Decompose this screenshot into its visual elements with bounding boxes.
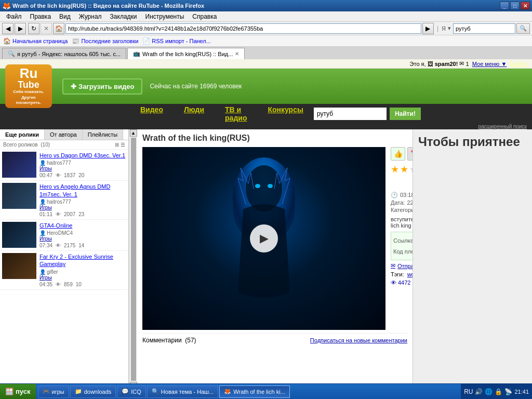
tab-yandex-favicon: 🔍 — [8, 50, 15, 57]
menu-bookmarks[interactable]: Закладки — [106, 12, 141, 21]
taskbar-item-downloads[interactable]: 📁 downloads — [70, 385, 116, 398]
tray-icon-1: 🔊 — [475, 388, 483, 395]
go-button[interactable]: ▶ — [422, 23, 434, 34]
tab-close-button[interactable]: ✕ — [235, 51, 239, 57]
list-item[interactable]: Hero vs Angelo Agnus DMD 1m7sec. Ver. 1 … — [0, 181, 128, 220]
rt-email-link[interactable]: ✉ Отправить другу по email — [391, 262, 413, 269]
reload-button[interactable]: ↻ — [28, 23, 39, 34]
taskbar-item-icq[interactable]: 💬 ICQ — [117, 385, 146, 398]
rt-search-button[interactable]: Найти! — [390, 108, 421, 120]
menu-tools[interactable]: Инструменты — [141, 12, 189, 21]
rt-mail-count: 1 — [466, 61, 469, 67]
taskbar-item-browser[interactable]: 🦊 Wrath of the lich ki... — [219, 385, 289, 398]
scroll-up-arrow[interactable]: ▲ — [130, 129, 137, 137]
thumb-placeholder — [2, 222, 36, 248]
rt-ad-area: Чтобы приятнее — [413, 129, 532, 383]
rt-tab-playlists[interactable]: Плейлисты — [83, 129, 124, 140]
video-category[interactable]: Игры — [39, 166, 126, 171]
bookmark-news[interactable]: 📰 Последние заголовки — [72, 37, 138, 45]
browser-content: Это я, 🖼 spam20! ✉ 1 Мое меню ▼ Выйти Ru… — [0, 59, 532, 383]
rt-eye-icon: 👁 — [391, 280, 396, 286]
taskbar-item-topic[interactable]: 🔍 Новая тема - Наш... — [147, 385, 218, 398]
home-button[interactable]: 🏠 — [53, 23, 64, 34]
list-item[interactable]: GTA4-Online 👤 HeroDMC4 Игры 07:34 👁 2175 — [0, 220, 128, 251]
bookmark-home[interactable]: 🏠 Начальная страница — [3, 37, 68, 45]
menu-file[interactable]: Файл — [2, 12, 26, 21]
thumb-placeholder — [2, 183, 36, 209]
star-1[interactable]: ★ — [391, 164, 399, 175]
comment-count: 23 — [78, 211, 84, 217]
rt-nav-contests[interactable]: Конкурсы — [257, 105, 313, 122]
rt-count-text: Всего роликов (10) — [3, 142, 50, 148]
rt-tab-more[interactable]: Еще ролики — [0, 129, 45, 140]
rt-search-input[interactable] — [314, 108, 387, 120]
rt-my-menu[interactable]: Мое меню ▼ — [472, 61, 507, 67]
list-item[interactable]: Hero vs Dagon DMD 43sec. Ver.1 👤 haitros… — [0, 150, 128, 181]
rt-view-list-icon[interactable]: ☰ — [121, 142, 125, 148]
rt-nav-tv[interactable]: ТВ и радио — [215, 105, 257, 122]
view-count: 1837 — [64, 172, 75, 178]
rt-comments-label: Комментарии — [142, 337, 182, 344]
video-duration: 01:11 — [39, 211, 52, 217]
minimize-button[interactable]: _ — [500, 2, 509, 10]
video-title[interactable]: Hero vs Angelo Agnus DMD 1m7sec. Ver. 1 — [39, 183, 126, 198]
video-category[interactable]: Игры — [39, 236, 126, 242]
rt-tab-author[interactable]: От автора — [45, 129, 83, 140]
rt-like-icon[interactable]: 👍 — [391, 147, 405, 161]
rt-action-icons: 👍 ✏️ 💬 🌐 💾 ⚠️ — [391, 147, 413, 161]
stop-button[interactable]: ✕ — [41, 23, 52, 34]
rt-logo[interactable]: Ru Tube Себя показать.Других посмотреть. — [5, 64, 52, 108]
rt-subscribe-link[interactable]: Подписаться на новые комментарии — [310, 337, 407, 343]
menu-help[interactable]: Справка — [188, 12, 221, 21]
forward-button[interactable]: ▶ — [15, 23, 26, 34]
video-category[interactable]: Игры — [39, 275, 126, 281]
rt-embed-label: Код плеера: — [393, 248, 413, 255]
video-title[interactable]: Far Kry 2 - Exclusive Sunrise Gameplay — [39, 253, 126, 268]
start-button[interactable]: 🪟 пуск — [0, 384, 36, 400]
rt-play-button[interactable]: ▶ — [250, 224, 278, 252]
menu-history[interactable]: Журнал — [75, 12, 106, 21]
taskbar-item-games[interactable]: 🎮 игры — [38, 385, 69, 398]
close-button[interactable]: ✕ — [521, 2, 530, 10]
browser-search-button[interactable]: 🔍 — [516, 23, 530, 34]
bookmark-rss[interactable]: 📄 RSS импорт - Панел... — [142, 37, 211, 45]
rt-rating-row: ★ ★ ★ ★ ★ zik007 🐱 — [391, 164, 413, 190]
rt-tag-wow[interactable]: wow — [407, 271, 413, 277]
menu-edit[interactable]: Правка — [26, 12, 56, 21]
scroll-thumb[interactable] — [131, 138, 136, 381]
browser-search-input[interactable] — [453, 23, 515, 34]
back-button[interactable]: ◀ — [2, 23, 14, 34]
rt-advanced-search[interactable]: расширенный поиск — [0, 124, 529, 129]
rt-sidebar-scrollbar[interactable]: ▲ ▼ — [129, 129, 137, 383]
rt-nav-search-area: Найти! — [314, 108, 421, 120]
rt-player[interactable]: ▶ — [142, 147, 385, 330]
comment-count: 14 — [78, 243, 84, 248]
rt-nav-people[interactable]: Люди — [174, 105, 215, 122]
tab-yandex[interactable]: 🔍 я рутуб - Яндекс: нашлось 605 тыс. с..… — [2, 48, 126, 59]
rt-share-block: Ссылка: 📋 Код плеера: 📋 — [391, 232, 413, 260]
video-duration: 04:35 — [39, 282, 52, 287]
maximize-button[interactable]: □ — [510, 2, 520, 10]
tab-rutube[interactable]: 📺 Wrath of the lich king(RUS) :: Вид... … — [127, 48, 245, 59]
rt-logout-btn[interactable]: Выйти — [510, 61, 527, 67]
rt-sidebar-count: Всего роликов (10) ⊞ ☰ — [0, 140, 128, 150]
star-2[interactable]: ★ — [400, 164, 408, 175]
taskbar-clock: 21:41 — [514, 389, 529, 395]
video-title[interactable]: Hero vs Dagon DMD 43sec. Ver.1 — [39, 152, 126, 159]
rt-info-block: 🕐 03:18 23.90Mb Дата: 22 авг 2008 Катего… — [391, 192, 413, 213]
rt-edit-icon[interactable]: ✏️ — [407, 147, 413, 161]
address-bar[interactable] — [65, 23, 421, 34]
rt-upload-button[interactable]: ✚ Загрузить видео — [62, 78, 142, 95]
video-title[interactable]: GTA4-Online — [39, 222, 126, 229]
list-item[interactable]: Far Kry 2 - Exclusive Sunrise Gameplay 👤… — [0, 251, 128, 290]
rt-video-list: Hero vs Dagon DMD 43sec. Ver.1 👤 haitros… — [0, 150, 128, 290]
rt-nav-video[interactable]: Видео — [130, 105, 174, 122]
svg-point-1 — [255, 184, 260, 188]
window-controls[interactable]: _ □ ✕ — [500, 2, 530, 10]
rt-view-grid-icon[interactable]: ⊞ — [115, 142, 119, 148]
menu-view[interactable]: Вид — [55, 12, 75, 21]
author-icon: 👤 — [39, 199, 46, 205]
video-category[interactable]: Игры — [39, 205, 126, 210]
rt-player-container: ▶ 👍 ✏️ 💬 🌐 💾 ⚠️ — [142, 147, 407, 330]
author-name: haitros777 — [47, 160, 71, 166]
